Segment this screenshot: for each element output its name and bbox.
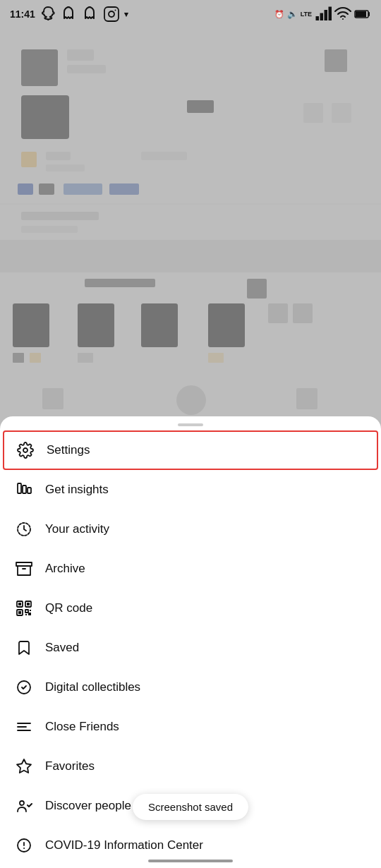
- svg-rect-9: [356, 11, 366, 17]
- svg-rect-0: [104, 7, 119, 21]
- snapchat-icon: [40, 6, 56, 23]
- svg-rect-16: [18, 603, 21, 605]
- ghost1-icon: [61, 6, 78, 23]
- insights-icon: [14, 480, 34, 500]
- archive-icon: [14, 559, 34, 579]
- favorites-label: Favorites: [45, 759, 95, 773]
- home-bar: [148, 860, 233, 862]
- screenshot-toast: Screenshot saved: [133, 794, 248, 820]
- svg-rect-24: [28, 613, 31, 615]
- wifi-icon: [334, 6, 351, 23]
- svg-rect-4: [320, 13, 324, 21]
- svg-rect-12: [23, 486, 26, 493]
- collectibles-label: Digital collectibles: [45, 680, 140, 694]
- ghost2-icon: [82, 6, 99, 23]
- settings-label: Settings: [47, 443, 90, 457]
- svg-rect-23: [25, 614, 27, 615]
- discover-label: Discover people: [45, 799, 131, 813]
- activity-label: Your activity: [45, 522, 109, 536]
- archive-label: Archive: [45, 562, 85, 576]
- svg-rect-13: [28, 488, 31, 493]
- menu-item-saved[interactable]: Saved: [0, 628, 381, 668]
- close-friends-label: Close Friends: [45, 720, 119, 734]
- svg-rect-5: [325, 10, 328, 20]
- svg-rect-22: [30, 610, 31, 611]
- svg-point-1: [109, 11, 114, 17]
- qr-icon: [14, 598, 34, 618]
- menu-item-archive[interactable]: Archive: [0, 549, 381, 589]
- time-display: 11:41: [10, 8, 35, 20]
- settings-icon: [16, 440, 35, 460]
- svg-point-2: [114, 10, 116, 11]
- menu-item-settings[interactable]: Settings: [3, 430, 378, 470]
- menu-item-favorites[interactable]: Favorites: [0, 747, 381, 786]
- close-friends-icon: [14, 717, 34, 737]
- menu-item-qr[interactable]: QR code: [0, 589, 381, 628]
- status-bar-right: ⏰ 🔈 LTE: [274, 6, 371, 23]
- favorites-icon: [14, 757, 34, 776]
- svg-rect-6: [329, 7, 332, 21]
- saved-icon: [14, 638, 34, 658]
- discover-icon: [14, 796, 34, 816]
- instagram-icon: [103, 6, 120, 23]
- svg-rect-18: [27, 603, 30, 605]
- insights-label: Get insights: [45, 483, 109, 497]
- svg-rect-3: [316, 16, 320, 20]
- collectibles-icon: [14, 677, 34, 697]
- svg-rect-20: [18, 611, 21, 614]
- volume-icon: 🔈: [287, 9, 298, 19]
- status-bar: 11:41 ▾ ⏰ 🔈 LTE: [0, 0, 381, 28]
- svg-point-33: [24, 848, 25, 849]
- svg-point-30: [20, 801, 24, 805]
- covid-label: COVID-19 Information Center: [45, 838, 203, 852]
- lte-indicator: LTE: [301, 11, 312, 18]
- menu-item-insights[interactable]: Get insights: [0, 470, 381, 510]
- svg-point-10: [23, 448, 28, 452]
- signal-bars-icon: [315, 6, 332, 23]
- svg-rect-11: [18, 483, 21, 493]
- svg-rect-21: [25, 610, 28, 613]
- svg-point-7: [342, 18, 344, 20]
- battery-icon: [354, 6, 371, 23]
- menu-item-close-friends[interactable]: Close Friends: [0, 707, 381, 747]
- covid-icon: [14, 836, 34, 855]
- status-bar-left: 11:41 ▾: [10, 6, 128, 23]
- activity-icon: [14, 519, 34, 539]
- drag-handle[interactable]: [178, 423, 203, 426]
- menu-item-activity[interactable]: Your activity: [0, 510, 381, 549]
- menu-item-collectibles[interactable]: Digital collectibles: [0, 668, 381, 707]
- svg-marker-29: [17, 759, 31, 773]
- toast-message: Screenshot saved: [148, 801, 233, 813]
- backdrop-overlay: [0, 0, 381, 438]
- alarm-icon: ⏰: [274, 10, 284, 19]
- chevron-icon: ▾: [124, 10, 128, 19]
- qr-label: QR code: [45, 601, 92, 615]
- saved-label: Saved: [45, 641, 79, 655]
